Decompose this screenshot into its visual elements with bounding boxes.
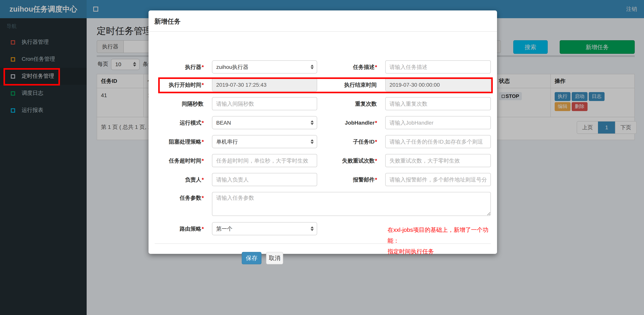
cancel-button[interactable]: 取消 (266, 252, 283, 264)
label-interval-seconds: 间隔秒数 (148, 97, 204, 110)
owner-input[interactable] (212, 173, 317, 186)
block-strategy-select[interactable]: 单机串行 (212, 135, 317, 148)
end-time-input[interactable] (385, 78, 491, 91)
task-param-textarea[interactable] (212, 192, 491, 216)
interval-seconds-input[interactable] (212, 97, 317, 110)
select-arrows-icon (310, 65, 314, 69)
label-subtask-id: 子任务ID* (315, 135, 377, 148)
label-retry-count: 失败重试次数* (315, 154, 377, 167)
retry-count-input[interactable] (385, 154, 491, 167)
modal-body: 执行器* zuihou执行器 任务描述* 执行开始时间* 执行结束时间 (148, 32, 497, 254)
label-executor: 执行器* (148, 60, 204, 74)
footer-divider (155, 243, 491, 244)
label-block-strategy: 阻塞处理策略* (148, 135, 204, 148)
label-alarm-email: 报警邮件* (315, 173, 377, 186)
start-time-input[interactable] (212, 78, 317, 91)
route-strategy-select[interactable]: 第一个 (212, 222, 317, 235)
modal-header: 新增任务 (148, 11, 497, 32)
jobhandler-input[interactable] (385, 116, 491, 129)
label-jobhandler: JobHandler* (315, 116, 377, 129)
note-text: 在xxl-jobs项目的基础上，新增了一个功能： 指定时间执行任务 (388, 224, 494, 257)
label-task-param: 任务参数* (148, 192, 204, 204)
select-arrows-icon (310, 120, 314, 125)
modal-title: 新增任务 (154, 17, 181, 26)
label-end-time: 执行结束时间 (315, 78, 377, 91)
label-task-desc: 任务描述* (315, 60, 377, 74)
label-route-strategy: 路由策略* (148, 222, 204, 235)
alarm-email-input[interactable] (385, 173, 491, 186)
add-task-modal: 新增任务 执行器* zuihou执行器 任务描述* 执行开始时间* 执行结束 (148, 11, 497, 254)
timeout-input[interactable] (212, 154, 317, 167)
label-start-time: 执行开始时间* (148, 78, 204, 91)
task-desc-input[interactable] (385, 60, 491, 74)
save-button[interactable]: 保存 (242, 252, 262, 264)
label-run-mode: 运行模式* (148, 116, 204, 129)
label-timeout: 任务超时时间* (148, 154, 204, 167)
executor-select[interactable]: zuihou执行器 (212, 60, 317, 74)
label-owner: 负责人* (148, 173, 204, 186)
repeat-count-input[interactable] (385, 97, 491, 110)
screenshot-frame: 定时任务管理 执行器 搜索 新增任务 每页 10 条记 任务ID 任务描述 状态… (0, 0, 644, 315)
subtask-id-input[interactable] (385, 135, 491, 148)
label-repeat-count: 重复次数 (315, 97, 377, 110)
run-mode-select[interactable]: BEAN (212, 116, 317, 129)
select-arrows-icon (310, 226, 314, 231)
select-arrows-icon (310, 139, 314, 144)
